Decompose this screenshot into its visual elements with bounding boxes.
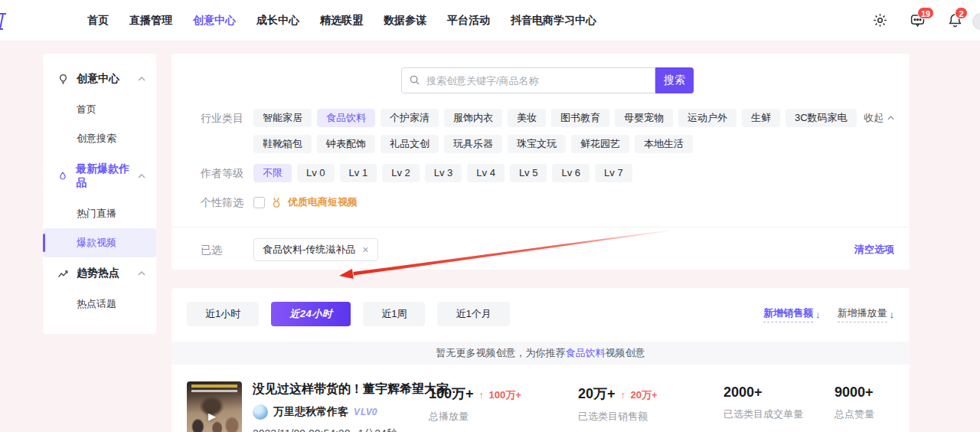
empty-state-message: 暂无更多视频创意，为你推荐食品饮料视频创意 bbox=[172, 342, 910, 365]
medal-icon bbox=[271, 197, 282, 208]
stat-value: 20万+ bbox=[578, 385, 616, 403]
author-level-label: 作者等级 bbox=[201, 164, 253, 182]
industry-chip[interactable]: 玩具乐器 bbox=[444, 135, 502, 153]
level-chip[interactable]: Lv 6 bbox=[552, 164, 590, 182]
video-thumbnail[interactable]: ▶ bbox=[187, 381, 242, 432]
increase-arrow-icon: ↑ bbox=[479, 390, 484, 401]
industry-chip[interactable]: 本地生活 bbox=[635, 135, 693, 153]
stat-category-sales: 20万+ ↑ 20万+ 已选类目销售额 bbox=[578, 385, 724, 424]
results-panel: 近1小时 近24小时 近1周 近1个月 新增销售额 ↓ 新增播放量 ↓ 暂无更多… bbox=[172, 288, 910, 432]
sidebar-section-label: 创意中心 bbox=[77, 72, 119, 86]
top-navbar: 首页 直播管理 创意中心 成长中心 精选联盟 数据参谋 平台活动 抖音电商学习中… bbox=[0, 0, 980, 41]
stat-value: 2000+ bbox=[724, 385, 763, 401]
industry-chip[interactable]: 鲜花园艺 bbox=[571, 135, 629, 153]
industry-chip[interactable]: 智能家居 bbox=[253, 109, 312, 127]
increase-arrow-icon: ↑ bbox=[621, 390, 626, 401]
level-chip[interactable]: Lv 1 bbox=[340, 164, 377, 182]
selected-filters-row: 已选 食品饮料-传统滋补品 × 清空选项 bbox=[201, 238, 894, 261]
level-chip[interactable]: Lv 7 bbox=[595, 164, 632, 182]
time-chip-1week[interactable]: 近1周 bbox=[363, 302, 425, 326]
chevron-up-icon bbox=[138, 77, 145, 81]
sort-desc-icon: ↓ bbox=[890, 309, 895, 320]
level-chip[interactable]: Lv 2 bbox=[382, 164, 420, 182]
video-meta-row: 2023/11/09 00:54:20 1分24秒 bbox=[253, 427, 418, 432]
sidebar-item-hot-live[interactable]: 热门直播 bbox=[43, 199, 156, 228]
industry-chip[interactable]: 礼品文创 bbox=[381, 135, 439, 153]
messages-badge: 19 bbox=[917, 7, 934, 19]
industry-chip[interactable]: 运动户外 bbox=[678, 109, 737, 127]
divider bbox=[172, 227, 910, 227]
sidebar-item-hot-videos[interactable]: 爆款视频 bbox=[43, 228, 156, 257]
sidebar-section-trending[interactable]: 趋势热点 bbox=[43, 257, 156, 290]
empty-state-prefix: 暂无更多视频创意，为你推荐 bbox=[436, 346, 566, 360]
sidebar-section-label: 最新爆款作品 bbox=[76, 162, 138, 190]
level-chip[interactable]: Lv 5 bbox=[510, 164, 547, 182]
author-avatar[interactable] bbox=[253, 404, 268, 420]
sort-by-sales[interactable]: 新增销售额 ↓ bbox=[763, 306, 821, 322]
sidebar-item-home[interactable]: 首页 bbox=[43, 95, 156, 124]
collapse-categories-link[interactable]: 收起 bbox=[864, 111, 894, 125]
industry-chip[interactable]: 个护家清 bbox=[381, 109, 439, 127]
nav-item-live-management[interactable]: 直播管理 bbox=[129, 14, 172, 28]
user-avatar[interactable] bbox=[972, 13, 980, 30]
industry-chip[interactable]: 图书教育 bbox=[551, 109, 609, 127]
industry-label: 行业类目 bbox=[201, 109, 253, 127]
nav-actions: 19 2 bbox=[871, 12, 963, 29]
stat-value: 9000+ bbox=[835, 385, 874, 401]
industry-chip[interactable]: 鞋靴箱包 bbox=[253, 135, 312, 153]
main-nav: 首页 直播管理 创意中心 成长中心 精选联盟 数据参谋 平台活动 抖音电商学习中… bbox=[87, 14, 596, 28]
selected-filter-tag-text: 食品饮料-传统滋补品 bbox=[263, 243, 355, 257]
industry-chip[interactable]: 美妆 bbox=[508, 109, 546, 127]
empty-state-suffix: 视频创意 bbox=[606, 346, 645, 360]
recommended-category-link[interactable]: 食品饮料 bbox=[566, 346, 606, 360]
author-level-text: LV0 bbox=[361, 407, 377, 417]
quality-video-checkbox[interactable] bbox=[253, 197, 265, 208]
stat-delta: 100万+ bbox=[489, 388, 521, 402]
video-stats: 100万+ ↑ 100万+ 总播放量 20万+ ↑ 20万+ 已选类目销售额 2… bbox=[429, 381, 894, 424]
author-name[interactable]: 万里悲秋常作客 bbox=[273, 405, 348, 419]
industry-chip[interactable]: 母婴宠物 bbox=[615, 109, 673, 127]
sidebar-section-latest-hits[interactable]: 最新爆款作品 bbox=[43, 153, 156, 199]
time-filter-row: 近1小时 近24小时 近1周 近1个月 新增销售额 ↓ 新增播放量 ↓ bbox=[187, 302, 894, 326]
search-button[interactable]: 搜索 bbox=[655, 67, 694, 93]
level-chip-selected[interactable]: 不限 bbox=[253, 164, 292, 182]
time-chip-24hours-selected[interactable]: 近24小时 bbox=[271, 302, 351, 326]
level-chip[interactable]: Lv 3 bbox=[425, 164, 462, 182]
industry-chip[interactable]: 钟表配饰 bbox=[317, 135, 375, 153]
messages-icon[interactable]: 19 bbox=[909, 12, 926, 29]
play-icon: ▶ bbox=[208, 411, 216, 422]
app-logo[interactable] bbox=[0, 11, 10, 31]
sidebar: 创意中心 首页 创意搜索 最新爆款作品 热门直播 爆款视频 趋势热点 热点话题 bbox=[43, 54, 156, 334]
stat-label: 总点赞量 bbox=[835, 407, 894, 421]
search-input[interactable] bbox=[401, 67, 655, 93]
video-title[interactable]: 没见过这样带货的！董宇辉希望大家... bbox=[253, 381, 418, 397]
settings-gear-icon[interactable] bbox=[871, 12, 888, 29]
level-chip[interactable]: Lv 4 bbox=[467, 164, 505, 182]
sidebar-section-creative-center[interactable]: 创意中心 bbox=[43, 63, 156, 95]
nav-item-growth-center[interactable]: 成长中心 bbox=[256, 14, 299, 28]
sidebar-section-label: 趋势热点 bbox=[77, 267, 119, 280]
nav-item-home[interactable]: 首页 bbox=[87, 14, 109, 28]
clear-options-link[interactable]: 清空选项 bbox=[854, 243, 894, 257]
remove-tag-icon[interactable]: × bbox=[362, 244, 368, 255]
level-chip[interactable]: Lv 0 bbox=[297, 164, 335, 182]
nav-item-platform-activity[interactable]: 平台活动 bbox=[447, 14, 490, 28]
sidebar-item-creative-search[interactable]: 创意搜索 bbox=[43, 124, 156, 153]
sort-desc-icon: ↓ bbox=[815, 309, 821, 320]
industry-chip[interactable]: 珠宝文玩 bbox=[508, 135, 566, 153]
quality-video-label[interactable]: 优质电商短视频 bbox=[288, 193, 358, 211]
industry-chip[interactable]: 服饰内衣 bbox=[444, 109, 502, 127]
time-chip-1hour[interactable]: 近1小时 bbox=[187, 302, 259, 326]
nav-item-data-advisor[interactable]: 数据参谋 bbox=[384, 14, 426, 28]
notifications-bell-icon[interactable]: 2 bbox=[946, 12, 963, 29]
time-chip-1month[interactable]: 近1个月 bbox=[437, 302, 509, 326]
nav-item-learning-center[interactable]: 抖音电商学习中心 bbox=[511, 14, 596, 28]
sidebar-item-hot-topics[interactable]: 热点话题 bbox=[43, 290, 156, 319]
industry-chip-selected[interactable]: 食品饮料 bbox=[317, 109, 375, 127]
industry-chip[interactable]: 生鲜 bbox=[742, 109, 780, 127]
sort-by-plays[interactable]: 新增播放量 ↓ bbox=[838, 306, 895, 322]
industry-chip[interactable]: 3C数码家电 bbox=[786, 109, 857, 127]
nav-item-creative-center[interactable]: 创意中心 bbox=[193, 14, 236, 28]
nav-item-alliance[interactable]: 精选联盟 bbox=[320, 14, 363, 28]
stat-value: 100万+ bbox=[429, 385, 474, 403]
